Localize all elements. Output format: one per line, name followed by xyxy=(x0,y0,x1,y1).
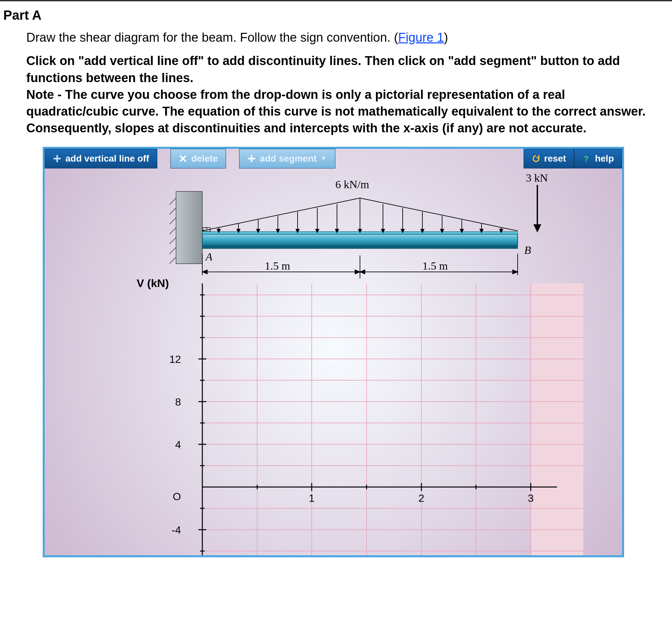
svg-marker-52 xyxy=(360,270,365,274)
part-title: Part A xyxy=(0,1,672,29)
svg-line-6 xyxy=(169,238,176,244)
origin-label: O xyxy=(173,490,181,503)
help-label: help xyxy=(595,153,614,164)
shear-graph[interactable]: 12 8 4 -4 O xyxy=(137,283,583,556)
intro-text-2: ) xyxy=(444,31,448,44)
reset-label: reset xyxy=(544,153,566,164)
add-vertical-label: add vertical line off xyxy=(65,153,149,164)
note-para1: Click on "add vertical line off" to add … xyxy=(26,54,620,85)
svg-marker-44 xyxy=(533,224,541,232)
span-left-label: 1.5 m xyxy=(265,260,290,272)
y-tick-n4: -4 xyxy=(172,524,181,536)
svg-marker-50 xyxy=(202,270,207,274)
add-segment-button[interactable]: add segment ▼ xyxy=(239,149,335,168)
delete-button[interactable]: delete xyxy=(170,149,226,168)
point-a-label: A xyxy=(205,251,212,263)
svg-line-2 xyxy=(169,198,176,205)
y-tick-12: 12 xyxy=(169,353,181,365)
reset-icon xyxy=(532,154,540,163)
distributed-load-label: 6 kN/m xyxy=(335,178,369,191)
reset-button[interactable]: reset xyxy=(523,149,574,168)
svg-line-3 xyxy=(169,208,176,214)
beam-figure: 6 kN/m 3 kN A B xyxy=(153,172,580,280)
svg-rect-12 xyxy=(202,246,518,249)
svg-line-5 xyxy=(169,227,176,234)
svg-marker-53 xyxy=(513,270,518,274)
note-text: Click on "add vertical line off" to add … xyxy=(26,53,646,137)
svg-text:?: ? xyxy=(584,154,589,163)
y-tick-8: 8 xyxy=(175,396,181,408)
svg-rect-55 xyxy=(137,283,202,556)
intro-text-1: Draw the shear diagram for the beam. Fol… xyxy=(26,31,398,44)
chevron-down-icon: ▼ xyxy=(320,155,327,162)
drawing-applet: add vertical line off delete add segment… xyxy=(43,147,624,557)
note-para2: Note - The curve you choose from the dro… xyxy=(26,88,646,135)
point-b-label: B xyxy=(524,244,531,256)
delete-label: delete xyxy=(191,153,218,164)
figure-link[interactable]: Figure 1 xyxy=(398,31,444,44)
toolbar: add vertical line off delete add segment… xyxy=(45,149,622,168)
x-tick-3: 3 xyxy=(528,492,534,504)
svg-rect-10 xyxy=(202,234,518,246)
x-tick-2: 2 xyxy=(418,492,424,504)
svg-line-4 xyxy=(169,218,176,224)
y-tick-4: 4 xyxy=(175,439,181,451)
help-icon: ? xyxy=(582,154,591,163)
svg-rect-54 xyxy=(531,283,583,556)
point-load-label: 3 kN xyxy=(526,172,548,184)
plus-icon xyxy=(53,154,61,163)
drawing-canvas[interactable]: 6 kN/m 3 kN A B xyxy=(45,168,622,555)
svg-line-7 xyxy=(169,247,176,254)
span-right-label: 1.5 m xyxy=(422,260,448,272)
x-tick-1: 1 xyxy=(309,492,315,504)
svg-line-8 xyxy=(169,257,176,264)
x-icon xyxy=(179,154,187,163)
help-button[interactable]: ? help xyxy=(574,149,622,168)
instruction-text: Draw the shear diagram for the beam. Fol… xyxy=(26,29,646,46)
add-vertical-line-button[interactable]: add vertical line off xyxy=(45,149,157,168)
svg-rect-1 xyxy=(176,192,202,264)
plus-icon xyxy=(247,154,256,163)
add-segment-label: add segment xyxy=(260,153,317,164)
